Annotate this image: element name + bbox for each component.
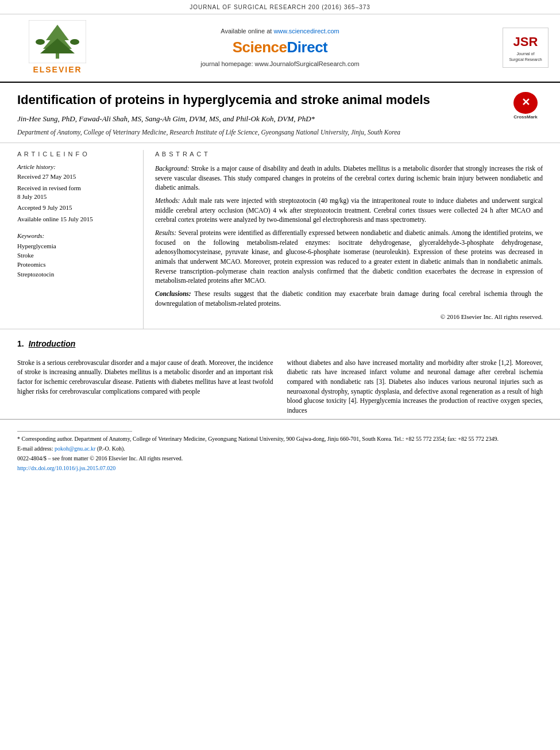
doi-footnote: http://dx.doi.org/10.1016/j.jss.2015.07.… [17,464,543,472]
revised-date: Received in revised form 8 July 2015 [17,184,132,202]
conclusions-text: These results suggest that the diabetic … [155,290,543,307]
email-link[interactable]: pokoh@gnu.ac.kr [55,445,95,452]
footnotes: * Corresponding author. Department of An… [0,419,560,479]
article-header: Identification of proteins in hyperglyce… [0,83,560,144]
keyword-2: Stroke [17,251,132,260]
section-number: 1. [17,339,24,350]
available-online-text: Available online at www.sciencedirect.co… [103,27,457,36]
section-title: Introduction [29,339,76,350]
email-label: E-mail address: [17,445,53,452]
conclusions-label: Conclusions: [155,290,191,297]
results-text: Several proteins were identified as diff… [155,229,543,284]
copyright-text: © 2016 Elsevier Inc. All rights reserved… [155,313,543,322]
article-title-text: Identification of proteins in hyperglyce… [17,93,430,107]
results-label: Results: [155,229,176,236]
crossmark-badge: ✕ CrossMark [508,92,543,121]
keyword-1: Hyperglycemia [17,242,132,251]
background-text: Stroke is a major cause of disability an… [155,165,543,191]
jsr-letters: JSR [513,33,538,51]
received-date: Received 27 May 2015 [17,172,132,181]
article-title-container: Identification of proteins in hyperglyce… [17,92,543,109]
email-footnote: E-mail address: pokoh@gnu.ac.kr (P.-O. K… [17,445,543,453]
corresponding-text: * Corresponding author. Department of An… [17,436,499,442]
keywords-label: Keywords: [17,232,132,240]
intro-right-column: without diabetes and also have increased… [287,358,543,419]
sciencedirect-url[interactable]: www.sciencedirect.com [273,28,339,34]
authors: Jin-Hee Sung, PhD, Fawad-Ali Shah, MS, S… [17,114,543,124]
crossmark-icon: ✕ [513,92,538,114]
introduction-section: 1. Introduction Stroke is a serious cere… [0,329,560,419]
article-body: A R T I C L E I N F O Article history: R… [0,143,560,329]
keyword-4: Streptozotocin [17,270,132,279]
affiliation: Department of Anatomy, College of Veteri… [17,128,543,137]
crossmark-label: CrossMark [513,114,537,120]
available-date: Available online 15 July 2015 [17,215,132,224]
journal-header: JOURNAL OF SURGICAL RESEARCH 200 (2016) … [0,0,560,14]
introduction-columns: Stroke is a serious cerebrovascular diso… [17,358,543,419]
methods-label: Methods: [155,197,180,204]
email-note: (P.-O. Koh). [97,445,125,452]
abstract-title: A B S T R A C T [155,150,543,159]
footnote-divider [17,431,132,432]
intro-left-column: Stroke is a serious cerebrovascular diso… [17,358,273,419]
background-label: Background: [155,165,190,172]
accepted-date: Accepted 9 July 2015 [17,203,132,212]
abstract-methods: Methods: Adult male rats were injected w… [155,196,543,225]
intro-left-text: Stroke is a serious cerebrovascular diso… [17,358,273,397]
svg-point-6 [70,39,79,45]
article-info-title: A R T I C L E I N F O [17,150,132,159]
elsevier-label: ELSEVIER [33,64,82,76]
journal-header-text: JOURNAL OF SURGICAL RESEARCH 200 (2016) … [190,4,370,10]
jsr-full-name: Journal ofSurgical Research [509,51,542,63]
authors-text: Jin-Hee Sung, PhD, Fawad-Ali Shah, MS, S… [17,114,315,123]
sciencedirect-info: Available online at www.sciencedirect.co… [103,27,457,69]
elsevier-tree-icon [29,20,86,63]
abstract-section: A B S T R A C T Background: Stroke is a … [144,150,543,329]
article-history-label: Article history: [17,163,132,171]
jsr-logo-area: JSR Journal ofSurgical Research [457,28,549,68]
svg-point-5 [36,39,45,45]
jsr-logo: JSR Journal ofSurgical Research [503,28,549,68]
sciencedirect-brand: ScienceDirect [103,37,457,57]
abstract-text: Background: Stroke is a major cause of d… [155,164,543,322]
elsevier-logo-area: ELSEVIER [11,20,103,76]
doi-link[interactable]: http://dx.doi.org/10.1016/j.jss.2015.07.… [17,465,115,471]
banner: ELSEVIER Available online at www.science… [0,14,560,83]
abstract-conclusions: Conclusions: These results suggest that … [155,289,543,308]
intro-right-text: without diabetes and also have increased… [287,358,543,416]
keywords-section: Keywords: Hyperglycemia Stroke Proteomic… [17,232,132,279]
issn-footnote: 0022-4804/$ – see front matter © 2016 El… [17,455,543,463]
abstract-results: Results: Several proteins were identifie… [155,228,543,286]
keyword-3: Proteomics [17,260,132,269]
article-info: A R T I C L E I N F O Article history: R… [17,150,144,329]
journal-homepage: journal homepage: www.JournalofSurgicalR… [103,60,457,68]
methods-text: Adult male rats were injected with strep… [155,197,543,223]
abstract-background: Background: Stroke is a major cause of d… [155,164,543,193]
corresponding-footnote: * Corresponding author. Department of An… [17,435,543,443]
